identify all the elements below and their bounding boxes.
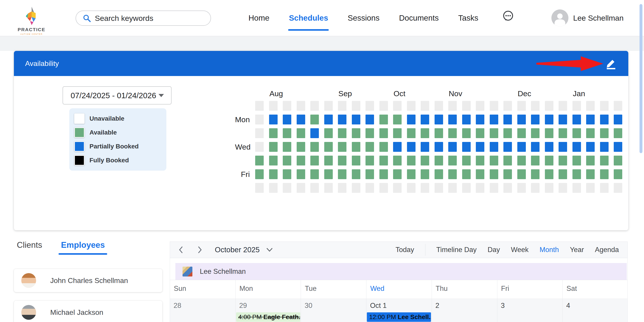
heatmap-cell-wed-18[interactable] [504,142,512,152]
heatmap-cell-fri-8[interactable] [366,169,374,179]
heatmap-cell-sat-17[interactable] [490,183,498,193]
heatmap-cell-tue-5[interactable] [324,128,333,138]
heatmap-cell-wed-20[interactable] [531,142,540,152]
heatmap-cell-thu-25[interactable] [600,156,608,166]
heatmap-cell-tue-16[interactable] [476,128,484,138]
heatmap-cell-mon-13[interactable] [434,114,443,124]
heatmap-cell-sat-4[interactable] [310,183,319,193]
heatmap-cell-sun-3[interactable] [297,101,305,111]
heatmap-cell-thu-15[interactable] [462,156,471,166]
view-day[interactable]: Day [488,246,500,254]
nav-item-sessions[interactable]: Sessions [348,0,380,36]
heatmap-cell-thu-22[interactable] [558,156,567,166]
heatmap-cell-wed-23[interactable] [572,142,581,152]
heatmap-cell-wed-21[interactable] [545,142,554,152]
heatmap-cell-wed-24[interactable] [586,142,595,152]
heatmap-cell-sun-12[interactable] [421,101,429,111]
user-name[interactable]: Lee Schellman [573,0,624,36]
heatmap-cell-sat-13[interactable] [434,183,443,193]
heatmap-cell-thu-13[interactable] [434,156,443,166]
date-cell[interactable]: 28 [170,299,236,322]
heatmap-cell-thu-16[interactable] [476,156,484,166]
heatmap-cell-fri-20[interactable] [531,169,540,179]
heatmap-cell-sat-26[interactable] [614,183,622,193]
heatmap-cell-thu-9[interactable] [380,156,388,166]
heatmap-cell-mon-4[interactable] [310,114,319,124]
heatmap-cell-fri-1[interactable] [269,169,278,179]
heatmap-cell-fri-7[interactable] [352,169,360,179]
heatmap-cell-mon-18[interactable] [504,114,512,124]
heatmap-cell-wed-3[interactable] [297,142,305,152]
heatmap-cell-thu-8[interactable] [366,156,374,166]
tab-clients[interactable]: Clients [17,240,42,255]
heatmap-cell-sat-21[interactable] [545,183,554,193]
heatmap-cell-wed-5[interactable] [324,142,333,152]
heatmap-cell-tue-2[interactable] [283,128,291,138]
today-button[interactable]: Today [396,246,414,254]
heatmap-cell-sun-22[interactable] [558,101,567,111]
heatmap-cell-fri-18[interactable] [504,169,512,179]
heatmap-cell-mon-14[interactable] [448,114,457,124]
heatmap-cell-wed-25[interactable] [600,142,608,152]
heatmap-cell-sun-4[interactable] [310,101,319,111]
heatmap-cell-sun-15[interactable] [462,101,471,111]
heatmap-cell-tue-8[interactable] [366,128,374,138]
heatmap-cell-mon-20[interactable] [531,114,540,124]
heatmap-cell-sat-6[interactable] [338,183,346,193]
heatmap-cell-sun-5[interactable] [324,101,333,111]
chat-button[interactable] [502,10,514,22]
date-cell[interactable]: 294:00 PM Eagle Feath... [236,299,301,322]
heatmap-cell-fri-5[interactable] [324,169,333,179]
heatmap-cell-fri-21[interactable] [545,169,554,179]
heatmap-cell-fri-17[interactable] [490,169,498,179]
heatmap-cell-fri-23[interactable] [572,169,581,179]
heatmap-cell-fri-14[interactable] [448,169,457,179]
heatmap-cell-wed-17[interactable] [490,142,498,152]
heatmap-cell-sun-7[interactable] [352,101,360,111]
heatmap-cell-mon-25[interactable] [600,114,608,124]
heatmap-cell-thu-24[interactable] [586,156,595,166]
calendar-title-dropdown[interactable]: October 2025 [215,242,274,258]
heatmap-cell-sun-6[interactable] [338,101,346,111]
heatmap-cell-sun-10[interactable] [393,101,402,111]
heatmap-cell-sat-7[interactable] [352,183,360,193]
heatmap-cell-tue-3[interactable] [297,128,305,138]
heatmap-cell-sat-12[interactable] [421,183,429,193]
heatmap-cell-sun-26[interactable] [614,101,622,111]
view-year[interactable]: Year [570,246,584,254]
heatmap-cell-wed-6[interactable] [338,142,346,152]
heatmap-cell-sat-20[interactable] [531,183,540,193]
heatmap-cell-thu-19[interactable] [517,156,526,166]
heatmap-cell-thu-7[interactable] [352,156,360,166]
heatmap-cell-fri-9[interactable] [380,169,388,179]
heatmap-cell-tue-20[interactable] [531,128,540,138]
heatmap-cell-wed-13[interactable] [434,142,443,152]
view-timeline-day[interactable]: Timeline Day [436,246,477,254]
nav-item-documents[interactable]: Documents [399,0,438,36]
heatmap-cell-fri-15[interactable] [462,169,471,179]
heatmap-cell-wed-15[interactable] [462,142,471,152]
heatmap-cell-tue-22[interactable] [558,128,567,138]
heatmap-cell-thu-26[interactable] [614,156,622,166]
heatmap-cell-wed-22[interactable] [558,142,567,152]
heatmap-cell-mon-26[interactable] [614,114,622,124]
heatmap-cell-tue-14[interactable] [448,128,457,138]
date-cell[interactable]: Oct 112:00 PM Lee Schell... [366,299,432,322]
heatmap-cell-wed-0[interactable] [255,142,264,152]
heatmap-cell-wed-7[interactable] [352,142,360,152]
nav-item-schedules[interactable]: Schedules [289,0,328,36]
heatmap-cell-thu-14[interactable] [448,156,457,166]
heatmap-cell-tue-13[interactable] [434,128,443,138]
heatmap-cell-sun-13[interactable] [434,101,443,111]
heatmap-cell-wed-4[interactable] [310,142,319,152]
heatmap-cell-wed-19[interactable] [517,142,526,152]
heatmap-cell-sun-9[interactable] [380,101,388,111]
heatmap-cell-thu-5[interactable] [324,156,333,166]
heatmap-cell-mon-22[interactable] [558,114,567,124]
event-cancelled-green[interactable]: 4:00 PM Eagle Feath... [236,312,300,322]
heatmap-cell-tue-23[interactable] [572,128,581,138]
heatmap-cell-tue-0[interactable] [255,128,264,138]
heatmap-cell-sat-24[interactable] [586,183,595,193]
tab-employees[interactable]: Employees [61,240,105,255]
heatmap-cell-tue-15[interactable] [462,128,471,138]
